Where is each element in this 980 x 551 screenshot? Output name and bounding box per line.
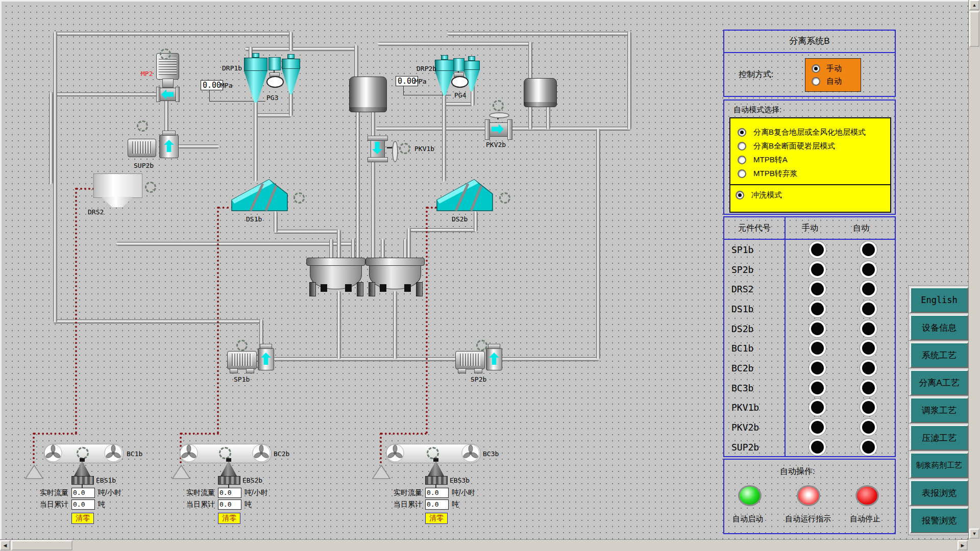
sup2b-pump[interactable] bbox=[159, 135, 179, 158]
mixing-tank-2[interactable] bbox=[365, 258, 425, 298]
nav-button-alarm-view[interactable]: 报警浏览 bbox=[910, 508, 968, 533]
vertical-scrollbar[interactable]: ▲ ▼ bbox=[968, 0, 980, 540]
auto-indicator[interactable] bbox=[860, 399, 877, 416]
auto-indicator[interactable] bbox=[860, 439, 877, 456]
pipe-segment bbox=[49, 92, 53, 184]
window-edge bbox=[0, 0, 2, 540]
radio-mode-1[interactable] bbox=[738, 128, 746, 137]
buffer-tank-2[interactable] bbox=[524, 78, 557, 107]
flow-rate-value[interactable]: 0.0 bbox=[218, 488, 241, 498]
drp1b-cyclone-1[interactable] bbox=[244, 53, 267, 103]
connector-line bbox=[403, 85, 404, 95]
auto-indicator[interactable] bbox=[860, 281, 877, 297]
drp2b-cyclone-1[interactable] bbox=[435, 55, 454, 95]
sp1b-motor[interactable] bbox=[227, 351, 257, 369]
pipe-segment bbox=[178, 144, 219, 148]
auto-indicator[interactable] bbox=[860, 241, 877, 258]
nav-button-slurry-mixing[interactable]: 调浆工艺 bbox=[910, 397, 968, 423]
pkv2b-valve[interactable] bbox=[485, 118, 511, 139]
auto-indicator[interactable] bbox=[860, 320, 877, 337]
manual-indicator[interactable] bbox=[809, 399, 826, 416]
material-dotted-line bbox=[76, 188, 94, 190]
daily-total-value[interactable]: 0.0 bbox=[425, 499, 449, 510]
component-code: SUP2b bbox=[724, 442, 792, 453]
nav-button-device-info[interactable]: 设备信息 bbox=[910, 315, 968, 340]
auto-mode-option[interactable]: MTPB转A bbox=[730, 153, 890, 167]
clear-button[interactable]: 清零 bbox=[425, 513, 448, 524]
manual-indicator[interactable] bbox=[809, 419, 826, 436]
pkv2b-handwheel[interactable] bbox=[489, 112, 509, 118]
auto-indicator[interactable] bbox=[860, 300, 877, 317]
ds2b-shaker[interactable] bbox=[436, 179, 494, 212]
nav-button-slurry-agent[interactable]: 制浆药剂工艺 bbox=[910, 453, 968, 478]
flush-mode-option[interactable]: 冲洗模式 bbox=[730, 185, 890, 205]
flow-rate-value[interactable]: 0.0 bbox=[425, 488, 449, 498]
manual-indicator[interactable] bbox=[809, 380, 826, 396]
daily-total-value[interactable]: 0.0 bbox=[218, 499, 241, 510]
manual-indicator[interactable] bbox=[809, 261, 826, 278]
horizontal-scrollbar[interactable]: ◀ ▶ bbox=[0, 539, 969, 551]
clear-button[interactable]: 清零 bbox=[71, 513, 94, 524]
table-row: DS1b bbox=[724, 299, 895, 319]
sp2b-pump[interactable] bbox=[486, 348, 502, 370]
buffer-tank-1[interactable] bbox=[349, 77, 387, 112]
scroll-up-icon: ▲ bbox=[972, 3, 977, 8]
scroll-up-button[interactable]: ▲ bbox=[969, 0, 979, 10]
nav-button-system-process[interactable]: 系统工艺 bbox=[910, 342, 968, 368]
manual-indicator[interactable] bbox=[809, 340, 826, 357]
pkv1b-valve[interactable] bbox=[366, 136, 388, 161]
ebs1b-base bbox=[71, 476, 94, 485]
auto-indicator[interactable] bbox=[860, 360, 877, 377]
manual-indicator[interactable] bbox=[809, 439, 826, 456]
drp1b-cyclone-2[interactable] bbox=[282, 54, 300, 94]
sup2b-motor[interactable] bbox=[128, 139, 156, 157]
pg4-gauge[interactable] bbox=[451, 76, 469, 88]
horizontal-scroll-thumb[interactable] bbox=[11, 540, 72, 550]
scroll-left-button[interactable]: ◀ bbox=[0, 540, 10, 550]
connector-line bbox=[209, 90, 210, 102]
manual-indicator[interactable] bbox=[809, 281, 826, 297]
scroll-down-button[interactable]: ▼ bbox=[969, 529, 979, 539]
ds1b-shaker[interactable] bbox=[231, 179, 288, 212]
drp2b-manifold bbox=[453, 58, 464, 71]
pkv1b-handwheel[interactable] bbox=[392, 141, 398, 162]
radio-mode-3[interactable] bbox=[738, 156, 746, 164]
mixing-tank-1[interactable] bbox=[306, 258, 365, 298]
auto-stop-label: 自动停止 bbox=[850, 514, 880, 524]
auto-mode-option[interactable]: MTPB转弃浆 bbox=[730, 167, 890, 181]
auto-mode-option[interactable]: 分离B全断面硬岩层模式 bbox=[730, 139, 890, 153]
manual-indicator[interactable] bbox=[809, 241, 826, 258]
radio-flush-mode[interactable] bbox=[736, 191, 744, 199]
clear-button[interactable]: 清零 bbox=[218, 513, 240, 524]
nav-button-report-view[interactable]: 表报浏览 bbox=[910, 480, 968, 506]
auto-indicator[interactable] bbox=[860, 380, 877, 396]
vertical-scroll-thumb[interactable] bbox=[969, 11, 979, 47]
component-code: BC2b bbox=[724, 363, 792, 373]
radio-mode-4[interactable] bbox=[738, 169, 746, 178]
auto-indicator[interactable] bbox=[860, 340, 877, 357]
radio-mode-2[interactable] bbox=[738, 142, 746, 151]
nav-button-filter-press[interactable]: 压滤工艺 bbox=[910, 425, 968, 450]
auto-indicator[interactable] bbox=[860, 261, 877, 278]
manual-indicator[interactable] bbox=[809, 300, 826, 317]
component-code: DS2b bbox=[724, 323, 792, 334]
manual-indicator[interactable] bbox=[809, 360, 826, 377]
auto-indicator[interactable] bbox=[860, 419, 877, 436]
pg3-gauge[interactable] bbox=[266, 76, 284, 88]
sp2b-motor[interactable] bbox=[455, 351, 485, 369]
label-sp2b: SP2b bbox=[471, 375, 486, 383]
scroll-right-button[interactable]: ▶ bbox=[958, 540, 968, 550]
daily-total-value[interactable]: 0.0 bbox=[71, 499, 95, 510]
nav-button-english[interactable]: English bbox=[910, 287, 968, 313]
auto-start-lamp[interactable] bbox=[738, 485, 762, 506]
drs2-tank[interactable] bbox=[93, 173, 142, 198]
manual-indicator[interactable] bbox=[809, 320, 826, 337]
nav-button-separation-a[interactable]: 分离A工艺 bbox=[910, 370, 968, 395]
pipe-segment bbox=[407, 228, 411, 261]
auto-mode-option[interactable]: 分离B复合地层或全风化地层模式 bbox=[730, 126, 890, 139]
mp2-valve[interactable] bbox=[156, 87, 179, 101]
sp1b-pump[interactable] bbox=[258, 348, 274, 370]
flow-rate-value[interactable]: 0.0 bbox=[71, 488, 95, 498]
auto-running-lamp[interactable] bbox=[797, 485, 820, 506]
auto-stop-lamp[interactable] bbox=[855, 485, 879, 506]
